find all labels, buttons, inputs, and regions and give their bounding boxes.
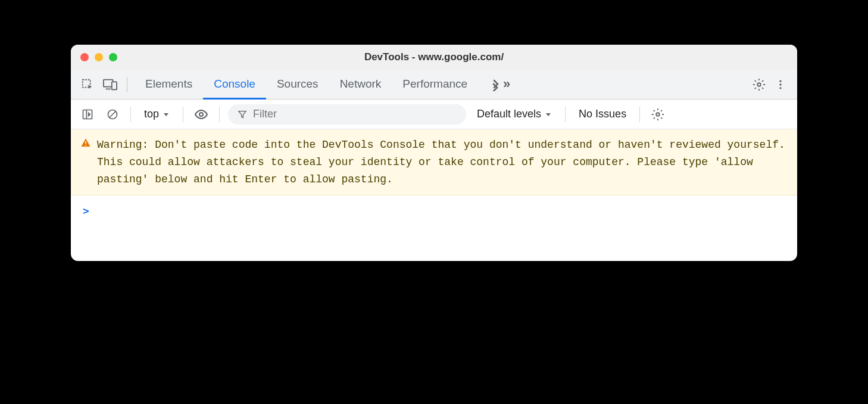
filter-icon bbox=[238, 110, 247, 119]
divider bbox=[219, 107, 220, 122]
divider bbox=[127, 77, 127, 92]
context-selector[interactable]: top bbox=[139, 105, 174, 123]
context-label: top bbox=[144, 108, 159, 120]
more-menu-icon[interactable] bbox=[771, 75, 790, 94]
tab-network[interactable]: Network bbox=[329, 70, 392, 100]
level-label: Default levels bbox=[477, 108, 541, 120]
svg-rect-14 bbox=[85, 141, 86, 144]
svg-point-13 bbox=[656, 113, 660, 116]
traffic-lights bbox=[80, 53, 117, 61]
divider bbox=[130, 107, 131, 122]
settings-icon[interactable] bbox=[750, 75, 769, 94]
issues-label[interactable]: No Issues bbox=[574, 105, 631, 123]
filter-input[interactable] bbox=[253, 108, 457, 120]
dropdown-triangle-icon bbox=[545, 111, 552, 118]
inspect-element-icon[interactable] bbox=[78, 75, 97, 94]
toggle-sidebar-icon[interactable] bbox=[78, 105, 97, 124]
svg-point-6 bbox=[779, 83, 781, 85]
svg-point-5 bbox=[779, 80, 781, 82]
console-settings-icon[interactable] bbox=[648, 105, 667, 124]
window-close-button[interactable] bbox=[80, 53, 89, 61]
header-right-actions bbox=[750, 75, 790, 94]
window-minimize-button[interactable] bbox=[95, 53, 103, 61]
svg-point-7 bbox=[779, 87, 781, 89]
console-toolbar: top Default levels No Issues bbox=[71, 100, 797, 129]
prompt-chevron-icon: > bbox=[83, 203, 89, 219]
device-toolbar-icon[interactable] bbox=[101, 75, 120, 94]
devtools-main-toolbar: Elements Console Sources Network Perform… bbox=[71, 70, 797, 100]
tab-console[interactable]: Console bbox=[203, 70, 266, 100]
divider bbox=[183, 107, 183, 122]
console-prompt[interactable]: > bbox=[71, 195, 797, 261]
svg-line-11 bbox=[110, 111, 115, 117]
tab-performance[interactable]: Performance bbox=[392, 70, 478, 100]
dropdown-triangle-icon bbox=[163, 111, 170, 118]
window-title: DevTools - www.google.com/ bbox=[364, 51, 504, 63]
clear-console-icon[interactable] bbox=[103, 105, 122, 124]
window-maximize-button[interactable] bbox=[109, 53, 117, 61]
tab-elements[interactable]: Elements bbox=[135, 70, 203, 100]
more-tabs-button[interactable]: » bbox=[478, 70, 521, 100]
divider bbox=[639, 107, 640, 122]
warning-text: Warning: Don't paste code into the DevTo… bbox=[97, 139, 785, 185]
console-warning-message: Warning: Don't paste code into the DevTo… bbox=[71, 129, 797, 195]
panel-tabs: Elements Console Sources Network Perform… bbox=[135, 70, 746, 99]
svg-rect-15 bbox=[85, 145, 86, 146]
live-expression-icon[interactable] bbox=[192, 105, 211, 124]
log-level-selector[interactable]: Default levels bbox=[472, 105, 557, 123]
svg-point-12 bbox=[199, 113, 203, 116]
warning-triangle-icon bbox=[80, 138, 91, 148]
tab-sources[interactable]: Sources bbox=[266, 70, 329, 100]
divider bbox=[565, 107, 566, 122]
svg-point-4 bbox=[757, 83, 761, 86]
window-titlebar: DevTools - www.google.com/ bbox=[71, 45, 797, 70]
filter-input-container bbox=[228, 104, 466, 125]
devtools-window: DevTools - www.google.com/ Elements Cons… bbox=[71, 45, 797, 261]
svg-rect-3 bbox=[112, 82, 117, 89]
